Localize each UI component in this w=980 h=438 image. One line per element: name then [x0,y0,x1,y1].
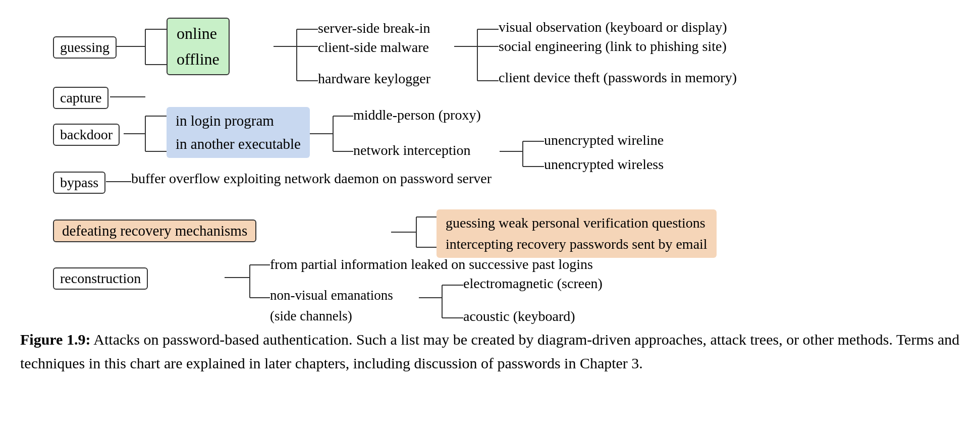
visual-obs-node: visual observation (keyboard or display) [499,19,727,35]
caption-text: Attacks on password-based authentication… [20,331,959,371]
client-theft-node: client device theft (passwords in memory… [499,70,737,86]
buffer-overflow-node: buffer overflow exploiting network daemo… [131,171,492,187]
figure-caption: Figure 1.9: Attacks on password-based au… [20,328,960,375]
social-eng-node: social engineering (link to phishing sit… [499,38,727,54]
unenc-wireline-node: unencrypted wireline [544,132,664,148]
electromagnetic-node: electromagnetic (screen) [463,276,603,292]
unenc-wireless-node: unencrypted wireless [544,156,664,173]
middle-person-node: middle-person (proxy) [353,107,481,123]
capture-node: capture [53,87,108,109]
defeating-node: defeating recovery mechanisms [53,220,256,242]
backdoor-children-node: in login programin another executable [167,107,310,158]
non-visual-node: non-visual emanations(side channels) [270,285,393,326]
guessing-node: guessing [53,36,117,59]
diagram: guessing onlineoffline capture server-si… [20,10,960,323]
backdoor-node: backdoor [53,124,120,146]
hardware-key-node: hardware keylogger [318,71,430,87]
client-side-node: client-side malware [318,39,429,56]
from-partial-node: from partial information leaked on succe… [270,256,593,272]
online-offline-node: onlineoffline [167,18,230,75]
reconstruction-node: reconstruction [53,267,148,290]
defeating-children-node: guessing weak personal verification ques… [437,209,717,258]
acoustic-node: acoustic (keyboard) [463,308,575,324]
figure-label: Figure 1.9: [20,331,90,348]
server-side-node: server-side break-in [318,20,430,36]
network-interception-node: network interception [353,142,470,158]
bypass-node: bypass [53,172,105,194]
